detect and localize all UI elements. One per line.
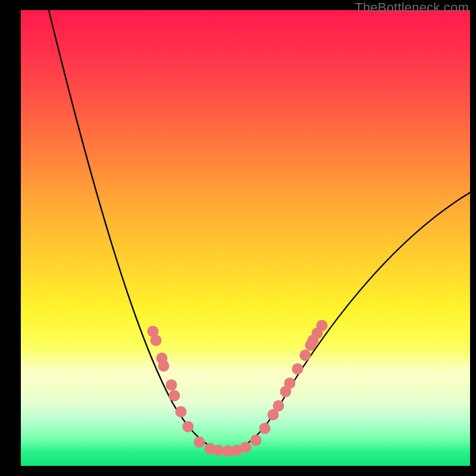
data-dot [250,435,262,446]
data-dot [158,361,170,372]
data-dot [317,320,328,331]
plot-area [21,10,470,466]
data-dot [259,423,271,434]
data-dot [194,437,205,448]
data-dot [292,364,303,375]
left-curve [46,10,226,450]
watermark-text: TheBottleneck.com [355,0,469,15]
data-dot [183,421,194,433]
right-curve [226,187,470,450]
curve-layer [21,10,470,466]
data-dot [240,442,252,453]
chart-frame: TheBottleneck.com [0,0,476,476]
data-dot [273,400,284,412]
data-dot [151,335,162,346]
dot-group [148,320,328,457]
data-dot [176,406,187,418]
data-dot [300,350,311,361]
data-dot [169,390,180,402]
data-dot [284,378,296,389]
data-dot [166,380,177,391]
